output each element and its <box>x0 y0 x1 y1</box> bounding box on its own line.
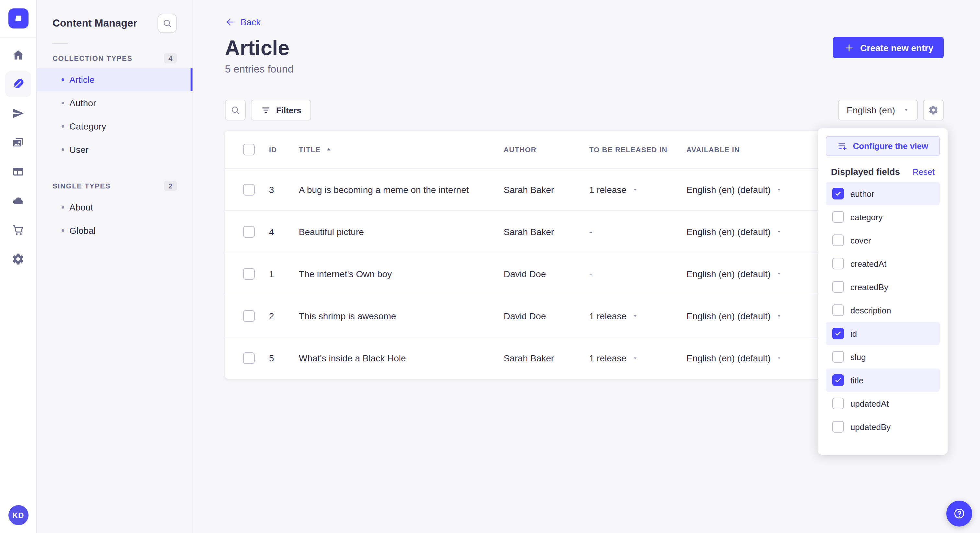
field-row-slug[interactable]: slug <box>826 345 940 368</box>
layout-icon <box>12 165 25 178</box>
rail-item-content-type-builder[interactable] <box>5 159 31 185</box>
rail-item-deploy[interactable] <box>5 188 31 214</box>
field-row-description[interactable]: description <box>826 298 940 322</box>
column-header-label: ID <box>269 146 277 154</box>
rail-item-media-library[interactable] <box>5 130 31 155</box>
create-new-entry-label: Create new entry <box>860 43 933 53</box>
column-header-author[interactable]: AUTHOR <box>504 146 589 154</box>
field-row-title[interactable]: title <box>826 368 940 392</box>
sidebar-item-about[interactable]: About <box>37 195 192 219</box>
rail-item-marketplace[interactable] <box>5 217 31 243</box>
create-new-entry-button[interactable]: Create new entry <box>833 37 944 58</box>
field-checkbox[interactable] <box>832 328 844 339</box>
back-link[interactable]: Back <box>225 17 261 27</box>
sidebar-item-label: Author <box>69 98 96 108</box>
released-value: 1 release <box>589 353 627 363</box>
displayed-fields-title: Displayed fields <box>831 167 900 177</box>
row-checkbox[interactable] <box>243 184 255 195</box>
table-row[interactable]: 4 Beautiful picture Sarah Baker - Englis… <box>225 211 911 252</box>
released-value: 1 release <box>589 185 627 195</box>
row-checkbox[interactable] <box>243 226 255 238</box>
field-row-category[interactable]: category <box>826 205 940 228</box>
view-settings-popover: Configure the view Displayed fields Rese… <box>818 128 948 455</box>
rail-item-home[interactable] <box>5 42 31 68</box>
field-row-createdAt[interactable]: createdAt <box>826 252 940 275</box>
row-released[interactable]: 1 release <box>589 353 686 363</box>
field-checkbox[interactable] <box>832 421 844 433</box>
field-checkbox[interactable] <box>832 235 844 246</box>
row-released[interactable]: - <box>589 227 686 237</box>
column-header-released[interactable]: TO BE RELEASED IN <box>589 146 686 154</box>
field-row-updatedAt[interactable]: updatedAt <box>826 392 940 415</box>
gear-icon <box>928 105 939 115</box>
row-released[interactable]: - <box>589 269 686 279</box>
configure-the-view-button[interactable]: Configure the view <box>826 136 940 156</box>
column-header-id[interactable]: ID <box>269 146 299 154</box>
sidebar-title: Content Manager <box>52 17 137 29</box>
view-settings-button[interactable] <box>923 100 944 121</box>
sort-ascending-icon <box>325 146 332 154</box>
sidebar-item-article[interactable]: Article <box>37 68 192 91</box>
section-gap <box>37 161 192 174</box>
row-checkbox[interactable] <box>243 352 255 364</box>
row-released[interactable]: 1 release <box>589 311 686 321</box>
field-label: slug <box>850 352 866 362</box>
table-row[interactable]: 5 What's inside a Black Hole Sarah Baker… <box>225 337 911 379</box>
logo-section <box>0 0 36 38</box>
strapi-logo[interactable] <box>8 8 28 29</box>
column-header-label: TITLE <box>299 146 320 154</box>
filters-button[interactable]: Filters <box>251 100 311 121</box>
sidebar-search-button[interactable] <box>158 14 177 33</box>
field-checkbox[interactable] <box>832 305 844 316</box>
field-checkbox[interactable] <box>832 281 844 293</box>
field-row-cover[interactable]: cover <box>826 228 940 252</box>
rail-item-content-manager[interactable] <box>5 71 31 97</box>
field-row-author[interactable]: author <box>826 182 940 205</box>
table-header-row: ID TITLE AUTHOR TO BE RELEASED IN AVAILA… <box>225 131 911 168</box>
entries-count: 5 entries found <box>225 63 944 75</box>
reset-link[interactable]: Reset <box>913 167 935 176</box>
field-row-createdBy[interactable]: createdBy <box>826 275 940 298</box>
released-value: - <box>589 227 592 237</box>
field-label: createdBy <box>850 282 888 292</box>
cloud-icon <box>12 194 25 207</box>
table-row[interactable]: 2 This shrimp is awesome David Doe 1 rel… <box>225 295 911 337</box>
app-window: KD Content Manager COLLECTION TYPES 4 Ar… <box>0 0 980 533</box>
question-mark-icon <box>953 507 966 520</box>
user-avatar[interactable]: KD <box>8 505 28 525</box>
sidebar-item-user[interactable]: User <box>37 138 192 161</box>
released-value: 1 release <box>589 311 627 321</box>
row-released[interactable]: 1 release <box>589 185 686 195</box>
field-checkbox[interactable] <box>832 351 844 363</box>
rail-item-releases[interactable] <box>5 100 31 126</box>
field-label: updatedAt <box>850 399 889 408</box>
field-checkbox[interactable] <box>832 258 844 270</box>
sidebar-item-category[interactable]: Category <box>37 115 192 138</box>
column-header-title[interactable]: TITLE <box>299 146 504 154</box>
locale-select[interactable]: English (en) <box>838 100 918 121</box>
table-row[interactable]: 1 The internet's Own boy David Doe - Eng… <box>225 252 911 295</box>
field-checkbox[interactable] <box>832 211 844 223</box>
locale-value: English (en) <box>847 105 895 115</box>
available-value: English (en) (default) <box>686 353 771 363</box>
check-icon <box>834 190 842 198</box>
field-row-updatedBy[interactable]: updatedBy <box>826 415 940 438</box>
field-checkbox[interactable] <box>832 188 844 200</box>
field-checkbox[interactable] <box>832 374 844 386</box>
select-all-checkbox[interactable] <box>243 144 255 155</box>
field-checkbox[interactable] <box>832 398 844 409</box>
row-title: What's inside a Black Hole <box>299 353 504 363</box>
row-checkbox[interactable] <box>243 310 255 322</box>
rail-item-settings[interactable] <box>5 246 31 272</box>
help-button[interactable] <box>946 501 972 527</box>
field-row-id[interactable]: id <box>826 322 940 345</box>
row-checkbox[interactable] <box>243 268 255 280</box>
filters-label: Filters <box>276 105 301 115</box>
sidebar-divider <box>52 43 68 44</box>
table-row[interactable]: 3 A bug is becoming a meme on the intern… <box>225 168 911 211</box>
sidebar-item-global[interactable]: Global <box>37 219 192 242</box>
sidebar-header: Content Manager <box>37 0 192 33</box>
table-search-button[interactable] <box>225 100 246 121</box>
sidebar-item-label: Article <box>69 75 95 85</box>
sidebar-item-author[interactable]: Author <box>37 91 192 115</box>
